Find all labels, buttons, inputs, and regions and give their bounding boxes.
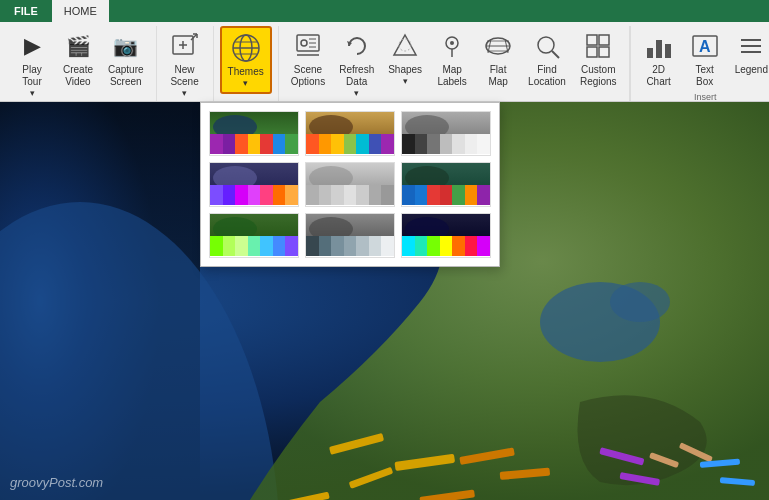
map-labels-icon	[436, 30, 468, 62]
svg-point-55	[610, 282, 670, 322]
svg-point-48	[405, 166, 449, 185]
svg-point-13	[301, 40, 307, 46]
shapes-label: Shapes	[388, 64, 422, 76]
watermark: groovyPost.com	[10, 475, 103, 490]
theme-item-8[interactable]	[305, 213, 395, 258]
title-bar: FILE HOME	[0, 0, 769, 22]
ribbon-group-scene: NewScene	[157, 26, 214, 101]
ribbon-group-themes: Themes	[214, 26, 279, 101]
scene-options-icon	[292, 30, 324, 62]
svg-line-30	[552, 51, 559, 58]
flat-map-label: FlatMap	[488, 64, 507, 88]
2d-chart-label: 2DChart	[646, 64, 670, 88]
themes-icon	[230, 32, 262, 64]
ribbon-group-options: SceneOptions RefreshData	[279, 26, 630, 101]
custom-regions-icon	[582, 30, 614, 62]
refresh-data-label: RefreshData	[339, 64, 374, 88]
svg-rect-36	[656, 40, 662, 58]
svg-point-44	[309, 115, 353, 134]
svg-text:A: A	[699, 38, 711, 55]
capture-screen-label: CaptureScreen	[108, 64, 144, 88]
themes-dropdown	[200, 102, 500, 267]
file-button[interactable]: FILE	[0, 0, 52, 22]
video-icon: 🎬	[62, 30, 94, 62]
svg-point-49	[213, 217, 257, 236]
theme-item-1[interactable]	[209, 111, 299, 156]
svg-line-1	[191, 34, 197, 40]
play-tour-label: PlayTour	[22, 64, 41, 88]
new-scene-button[interactable]: NewScene	[163, 26, 207, 102]
themes-button[interactable]: Themes	[220, 26, 272, 94]
text-box-icon: A	[689, 30, 721, 62]
refresh-data-button[interactable]: RefreshData	[333, 26, 380, 102]
flat-map-button[interactable]: FlatMap	[476, 26, 520, 92]
ribbon-group-tour: ▶ PlayTour 🎬 CreateVideo 📷 CaptureScreen…	[4, 26, 157, 101]
ribbon-group-insert: 2DChart A TextBox	[630, 26, 769, 101]
svg-rect-35	[647, 48, 653, 58]
play-tour-button[interactable]: ▶ PlayTour	[10, 26, 54, 102]
legend-button[interactable]: Legend	[729, 26, 769, 80]
camera-icon: 📷	[110, 30, 142, 62]
svg-point-19	[399, 39, 411, 51]
custom-regions-button[interactable]: CustomRegions	[574, 26, 623, 92]
theme-item-7[interactable]	[209, 213, 299, 258]
new-scene-label: NewScene	[170, 64, 198, 88]
find-location-button[interactable]: FindLocation	[522, 26, 572, 92]
2d-chart-button[interactable]: 2DChart	[637, 26, 681, 92]
svg-rect-32	[599, 35, 609, 45]
find-location-label: FindLocation	[528, 64, 566, 88]
refresh-icon	[341, 30, 373, 62]
new-scene-icon	[169, 30, 201, 62]
text-box-label: TextBox	[695, 64, 713, 88]
theme-item-5[interactable]	[305, 162, 395, 207]
legend-label: Legend	[735, 64, 768, 76]
home-tab[interactable]: HOME	[52, 0, 109, 22]
create-video-button[interactable]: 🎬 CreateVideo	[56, 26, 100, 92]
find-location-icon	[531, 30, 563, 62]
theme-item-2[interactable]	[305, 111, 395, 156]
theme-item-4[interactable]	[209, 162, 299, 207]
legend-icon	[735, 30, 767, 62]
svg-point-46	[213, 166, 257, 185]
theme-item-3[interactable]	[401, 111, 491, 156]
svg-point-47	[309, 166, 353, 185]
map-labels-button[interactable]: MapLabels	[430, 26, 474, 92]
svg-point-51	[405, 217, 449, 236]
svg-point-45	[405, 115, 449, 134]
svg-rect-37	[665, 44, 671, 58]
svg-rect-34	[599, 47, 609, 57]
svg-marker-18	[394, 35, 416, 55]
scene-options-label: SceneOptions	[291, 64, 325, 88]
custom-regions-label: CustomRegions	[580, 64, 617, 88]
svg-point-29	[538, 37, 554, 53]
svg-rect-33	[587, 47, 597, 57]
svg-point-50	[309, 217, 353, 236]
theme-item-6[interactable]	[401, 162, 491, 207]
play-icon: ▶	[16, 30, 48, 62]
text-box-button[interactable]: A TextBox	[683, 26, 727, 92]
shapes-icon	[389, 30, 421, 62]
map-labels-label: MapLabels	[437, 64, 466, 88]
svg-point-43	[213, 115, 257, 134]
chart-icon	[643, 30, 675, 62]
shapes-button[interactable]: Shapes	[382, 26, 428, 90]
create-video-label: CreateVideo	[63, 64, 93, 88]
ribbon: ▶ PlayTour 🎬 CreateVideo 📷 CaptureScreen…	[0, 22, 769, 102]
svg-point-21	[450, 41, 454, 45]
flat-map-icon	[482, 30, 514, 62]
theme-item-9[interactable]	[401, 213, 491, 258]
svg-rect-31	[587, 35, 597, 45]
capture-screen-button[interactable]: 📷 CaptureScreen	[102, 26, 150, 92]
scene-options-button[interactable]: SceneOptions	[285, 26, 331, 92]
themes-label: Themes	[228, 66, 264, 78]
